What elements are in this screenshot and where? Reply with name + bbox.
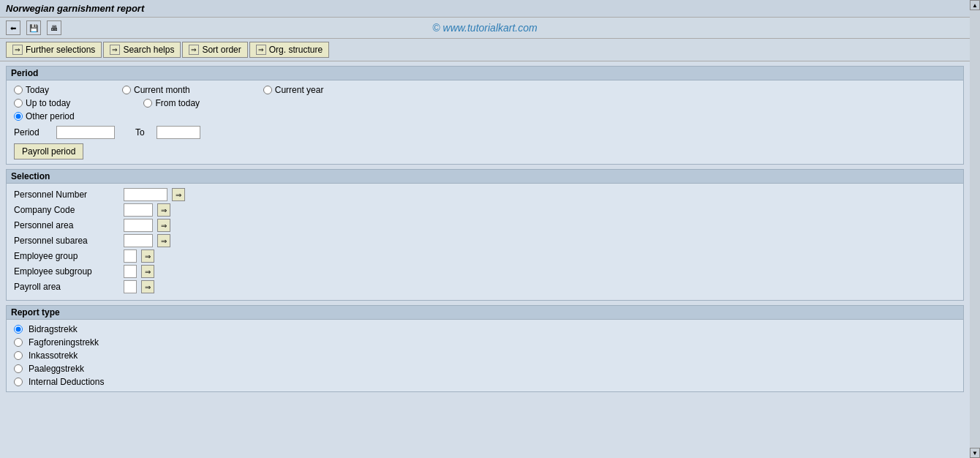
personnel-area-arrow[interactable]: ⇒ (157, 219, 170, 232)
tab-arrow-icon-2: ⇒ (110, 45, 120, 55)
personnel-area-label: Personnel area (14, 220, 124, 230)
navigate-icon[interactable]: ⬅ (6, 20, 20, 35)
radio-current-year-input[interactable] (263, 86, 272, 94)
field-row-personnel-number: Personnel Number ⇒ (14, 188, 956, 201)
save-icon[interactable]: 💾 (26, 20, 41, 35)
toolbar: ⬅ 💾 🖶 © www.tutorialkart.com (0, 18, 970, 39)
company-code-label: Company Code (14, 205, 124, 215)
radio-paaleggstrekk[interactable]: Paaleggstrekk (14, 364, 956, 374)
period-section-body: Today Current month Current year (7, 80, 963, 164)
report-type-section-body: Bidragstrekk Fagforeningstrekk Inkassotr… (7, 320, 963, 391)
radio-fagforeningstrekk[interactable]: Fagforeningstrekk (14, 337, 956, 348)
radio-other-period-label: Other period (26, 111, 75, 121)
employee-subgroup-arrow[interactable]: ⇒ (141, 265, 154, 278)
tab-arrow-icon-3: ⇒ (189, 45, 199, 55)
period-radio-row-1: Today Current month Current year (14, 85, 956, 95)
radio-current-month[interactable]: Current month (122, 85, 190, 95)
radio-inkassotrekk[interactable]: Inkassotrekk (14, 350, 956, 361)
radio-today-label: Today (26, 85, 49, 95)
radio-other-period-input[interactable] (14, 112, 23, 121)
payroll-period-button[interactable]: Payroll period (14, 143, 83, 159)
selection-section-body: Personnel Number ⇒ Company Code ⇒ Person… (7, 184, 963, 300)
tab-sort-order[interactable]: ⇒ Sort order (182, 42, 247, 58)
radio-internal-deductions-input[interactable] (14, 378, 23, 386)
radio-bidragstrekk-input[interactable] (14, 325, 23, 334)
personnel-number-input[interactable] (124, 188, 167, 201)
tab-arrow-icon-1: ⇒ (12, 45, 23, 55)
tab-sort-order-label: Sort order (202, 45, 241, 55)
personnel-area-input[interactable] (124, 219, 153, 232)
field-row-personnel-subarea: Personnel subarea ⇒ (14, 234, 956, 247)
scrollbar: ▲ ▼ (970, 0, 980, 458)
radio-bidragstrekk[interactable]: Bidragstrekk (14, 324, 956, 334)
watermark: © www.tutorialkart.com (432, 22, 537, 34)
main-content: Period Today Current month (0, 61, 970, 401)
radio-paaleggstrekk-label: Paaleggstrekk (29, 364, 84, 374)
radio-current-year-label: Current year (275, 85, 324, 95)
radio-from-today-label: From today (155, 98, 200, 108)
tab-search-helps[interactable]: ⇒ Search helps (103, 42, 181, 58)
period-section-header: Period (7, 67, 963, 80)
personnel-subarea-input[interactable] (124, 234, 153, 247)
selection-section: Selection Personnel Number ⇒ Company Cod… (6, 169, 964, 301)
period-to-input[interactable] (157, 126, 200, 139)
company-code-input[interactable] (124, 203, 153, 217)
page-title: Norwegian garnishment report (6, 3, 144, 14)
title-bar: Norwegian garnishment report (0, 0, 970, 18)
tab-search-helps-label: Search helps (123, 45, 174, 55)
period-section: Period Today Current month (6, 66, 964, 165)
report-type-section: Report type Bidragstrekk Fagforeningstre… (6, 305, 964, 392)
personnel-subarea-arrow[interactable]: ⇒ (157, 234, 170, 247)
radio-inkassotrekk-input[interactable] (14, 351, 23, 360)
radio-fagforeningstrekk-input[interactable] (14, 338, 23, 347)
radio-today[interactable]: Today (14, 85, 49, 95)
payroll-area-label: Payroll area (14, 282, 124, 292)
tab-arrow-icon-4: ⇒ (256, 45, 266, 55)
employee-group-input[interactable] (124, 249, 137, 263)
field-row-employee-group: Employee group ⇒ (14, 249, 956, 263)
radio-current-month-input[interactable] (122, 86, 131, 94)
radio-from-today[interactable]: From today (143, 98, 200, 108)
tab-bar: ⇒ Further selections ⇒ Search helps ⇒ So… (0, 39, 970, 61)
employee-group-arrow[interactable]: ⇒ (141, 249, 154, 263)
tab-further-selections[interactable]: ⇒ Further selections (6, 42, 102, 58)
radio-current-month-label: Current month (134, 85, 190, 95)
tab-org-structure[interactable]: ⇒ Org. structure (249, 42, 329, 58)
payroll-area-input[interactable] (124, 280, 137, 293)
radio-internal-deductions[interactable]: Internal Deductions (14, 377, 956, 387)
scroll-up-arrow[interactable]: ▲ (970, 0, 980, 10)
employee-subgroup-label: Employee subgroup (14, 266, 124, 277)
radio-current-year[interactable]: Current year (263, 85, 324, 95)
radio-bidragstrekk-label: Bidragstrekk (29, 324, 78, 334)
field-row-employee-subgroup: Employee subgroup ⇒ (14, 265, 956, 278)
radio-paaleggstrekk-input[interactable] (14, 364, 23, 373)
report-type-section-header: Report type (7, 306, 963, 320)
tab-org-structure-label: Org. structure (269, 45, 323, 55)
field-row-company-code: Company Code ⇒ (14, 203, 956, 217)
tab-further-selections-label: Further selections (26, 45, 95, 55)
to-label: To (135, 127, 145, 138)
period-from-input[interactable] (56, 126, 115, 139)
field-row-personnel-area: Personnel area ⇒ (14, 219, 956, 232)
company-code-arrow[interactable]: ⇒ (157, 203, 170, 217)
scroll-down-arrow[interactable]: ▼ (970, 448, 980, 458)
payroll-area-arrow[interactable]: ⇒ (141, 280, 154, 293)
radio-inkassotrekk-label: Inkassotrekk (29, 350, 78, 361)
radio-up-to-today[interactable]: Up to today (14, 98, 70, 108)
print-icon[interactable]: 🖶 (47, 20, 61, 35)
radio-other-period[interactable]: Other period (14, 111, 75, 121)
employee-group-label: Employee group (14, 251, 124, 261)
field-row-payroll-area: Payroll area ⇒ (14, 280, 956, 293)
radio-today-input[interactable] (14, 86, 23, 94)
radio-up-to-today-input[interactable] (14, 99, 23, 108)
period-input-row: Period To (14, 126, 956, 139)
period-radio-row-3: Other period (14, 111, 956, 121)
radio-fagforeningstrekk-label: Fagforeningstrekk (29, 337, 99, 348)
personnel-number-arrow[interactable]: ⇒ (172, 188, 185, 201)
radio-up-to-today-label: Up to today (26, 98, 70, 108)
radio-internal-deductions-label: Internal Deductions (29, 377, 104, 387)
employee-subgroup-input[interactable] (124, 265, 137, 278)
period-radio-row-2: Up to today From today (14, 98, 956, 108)
radio-from-today-input[interactable] (143, 99, 152, 108)
personnel-number-label: Personnel Number (14, 189, 124, 200)
